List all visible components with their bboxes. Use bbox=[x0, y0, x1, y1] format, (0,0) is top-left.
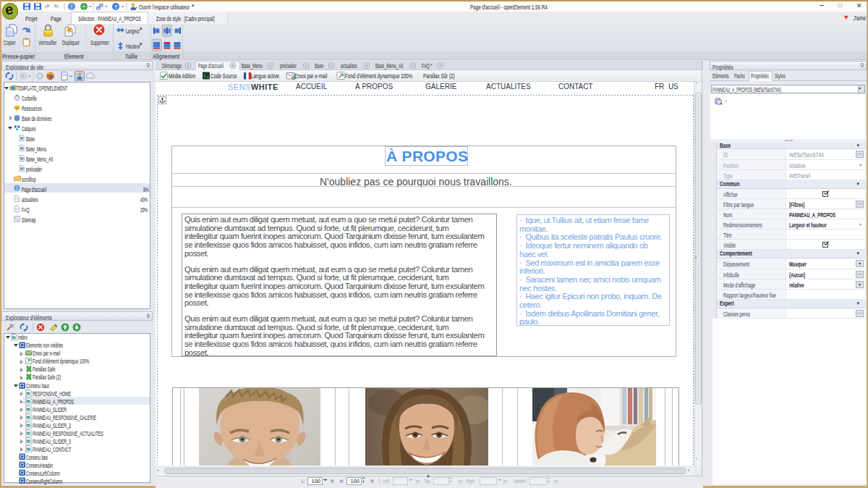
svg-text:?: ? bbox=[114, 4, 118, 10]
